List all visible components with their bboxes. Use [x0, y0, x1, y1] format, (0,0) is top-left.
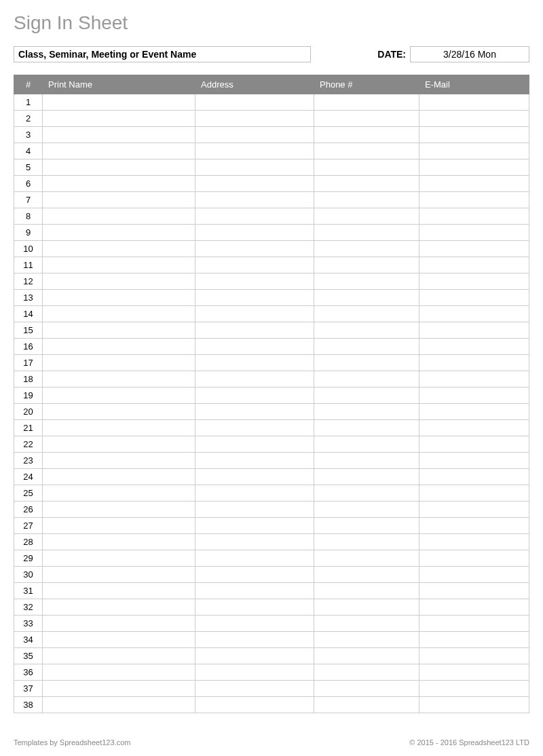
cell-email[interactable]: [419, 697, 529, 713]
cell-phone[interactable]: [314, 208, 419, 225]
cell-name[interactable]: [43, 697, 195, 713]
cell-address[interactable]: [195, 273, 314, 290]
cell-email[interactable]: [419, 616, 529, 632]
cell-email[interactable]: [419, 518, 529, 534]
cell-phone[interactable]: [314, 306, 419, 322]
cell-phone[interactable]: [314, 420, 419, 436]
cell-email[interactable]: [419, 388, 529, 404]
cell-email[interactable]: [419, 599, 529, 616]
cell-email[interactable]: [419, 94, 529, 111]
cell-phone[interactable]: [314, 550, 419, 567]
cell-email[interactable]: [419, 257, 529, 273]
cell-name[interactable]: [43, 94, 195, 111]
cell-email[interactable]: [419, 420, 529, 436]
cell-email[interactable]: [419, 322, 529, 339]
cell-phone[interactable]: [314, 583, 419, 599]
cell-address[interactable]: [195, 469, 314, 485]
cell-email[interactable]: [419, 241, 529, 257]
cell-name[interactable]: [43, 469, 195, 485]
cell-phone[interactable]: [314, 485, 419, 502]
cell-email[interactable]: [419, 469, 529, 485]
cell-email[interactable]: [419, 453, 529, 469]
cell-name[interactable]: [43, 143, 195, 159]
cell-name[interactable]: [43, 176, 195, 192]
cell-phone[interactable]: [314, 355, 419, 371]
cell-phone[interactable]: [314, 273, 419, 290]
cell-phone[interactable]: [314, 567, 419, 583]
cell-email[interactable]: [419, 355, 529, 371]
cell-name[interactable]: [43, 599, 195, 616]
cell-name[interactable]: [43, 502, 195, 518]
cell-email[interactable]: [419, 550, 529, 567]
cell-name[interactable]: [43, 127, 195, 143]
cell-name[interactable]: [43, 225, 195, 241]
cell-name[interactable]: [43, 241, 195, 257]
cell-address[interactable]: [195, 159, 314, 176]
cell-address[interactable]: [195, 241, 314, 257]
cell-email[interactable]: [419, 534, 529, 550]
cell-email[interactable]: [419, 290, 529, 306]
cell-email[interactable]: [419, 485, 529, 502]
cell-address[interactable]: [195, 681, 314, 697]
cell-name[interactable]: [43, 192, 195, 208]
cell-phone[interactable]: [314, 143, 419, 159]
cell-email[interactable]: [419, 192, 529, 208]
cell-phone[interactable]: [314, 453, 419, 469]
cell-email[interactable]: [419, 208, 529, 225]
cell-address[interactable]: [195, 143, 314, 159]
cell-address[interactable]: [195, 502, 314, 518]
cell-email[interactable]: [419, 681, 529, 697]
cell-phone[interactable]: [314, 290, 419, 306]
cell-phone[interactable]: [314, 339, 419, 355]
cell-address[interactable]: [195, 225, 314, 241]
cell-address[interactable]: [195, 94, 314, 111]
cell-address[interactable]: [195, 534, 314, 550]
cell-phone[interactable]: [314, 225, 419, 241]
cell-address[interactable]: [195, 583, 314, 599]
cell-name[interactable]: [43, 159, 195, 176]
cell-name[interactable]: [43, 534, 195, 550]
cell-name[interactable]: [43, 371, 195, 388]
cell-email[interactable]: [419, 176, 529, 192]
cell-email[interactable]: [419, 339, 529, 355]
cell-name[interactable]: [43, 208, 195, 225]
cell-address[interactable]: [195, 306, 314, 322]
cell-address[interactable]: [195, 697, 314, 713]
cell-name[interactable]: [43, 681, 195, 697]
cell-address[interactable]: [195, 664, 314, 681]
cell-phone[interactable]: [314, 94, 419, 111]
cell-phone[interactable]: [314, 192, 419, 208]
cell-address[interactable]: [195, 485, 314, 502]
cell-email[interactable]: [419, 143, 529, 159]
cell-phone[interactable]: [314, 648, 419, 664]
cell-name[interactable]: [43, 420, 195, 436]
cell-name[interactable]: [43, 322, 195, 339]
cell-name[interactable]: [43, 632, 195, 648]
cell-phone[interactable]: [314, 502, 419, 518]
cell-address[interactable]: [195, 192, 314, 208]
cell-address[interactable]: [195, 371, 314, 388]
cell-phone[interactable]: [314, 664, 419, 681]
cell-address[interactable]: [195, 290, 314, 306]
cell-phone[interactable]: [314, 469, 419, 485]
cell-address[interactable]: [195, 599, 314, 616]
cell-name[interactable]: [43, 436, 195, 453]
cell-phone[interactable]: [314, 436, 419, 453]
cell-phone[interactable]: [314, 388, 419, 404]
cell-name[interactable]: [43, 518, 195, 534]
cell-name[interactable]: [43, 388, 195, 404]
cell-email[interactable]: [419, 225, 529, 241]
cell-address[interactable]: [195, 550, 314, 567]
cell-email[interactable]: [419, 127, 529, 143]
cell-address[interactable]: [195, 127, 314, 143]
cell-address[interactable]: [195, 632, 314, 648]
cell-name[interactable]: [43, 485, 195, 502]
cell-address[interactable]: [195, 436, 314, 453]
cell-address[interactable]: [195, 518, 314, 534]
cell-email[interactable]: [419, 306, 529, 322]
cell-address[interactable]: [195, 257, 314, 273]
cell-name[interactable]: [43, 355, 195, 371]
cell-phone[interactable]: [314, 257, 419, 273]
cell-email[interactable]: [419, 567, 529, 583]
cell-email[interactable]: [419, 436, 529, 453]
